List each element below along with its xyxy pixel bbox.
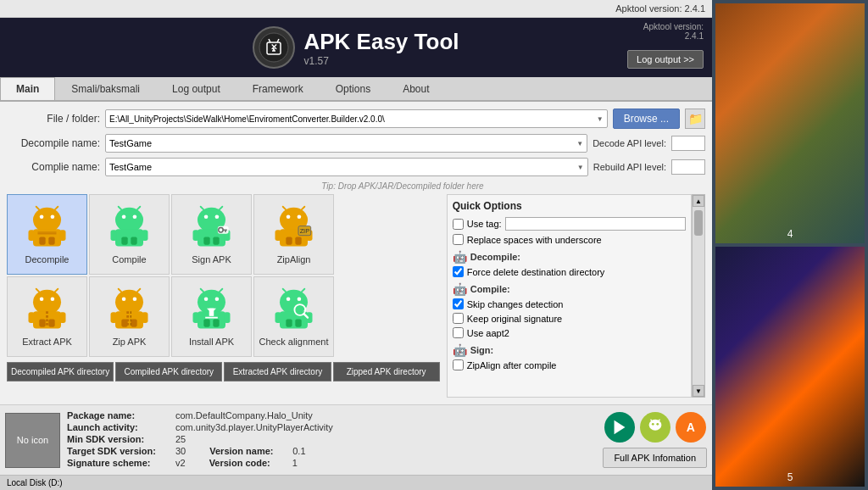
- folder-icon-button[interactable]: 📁: [685, 109, 705, 129]
- svg-line-10: [36, 207, 40, 210]
- compile-button[interactable]: Compile: [89, 194, 170, 275]
- install-apk-label: Install APK: [189, 337, 234, 347]
- info-panel: No icon Package name: com.DefaultCompany…: [0, 404, 712, 475]
- zipalign-button[interactable]: ZIP ZipAlign: [253, 194, 334, 275]
- svg-point-66: [115, 290, 143, 315]
- svg-rect-100: [295, 320, 301, 327]
- svg-rect-38: [213, 237, 219, 245]
- app-title: APK Easy Tool: [303, 29, 459, 55]
- svg-rect-64: [48, 320, 54, 327]
- svg-rect-15: [39, 237, 45, 245]
- signature-value: v2: [175, 458, 186, 468]
- app-version: v1.57: [303, 55, 459, 67]
- decompile-section-icon: 🤖: [453, 250, 467, 264]
- force-delete-row: Force delete destination directory: [453, 266, 686, 277]
- scroll-up-button[interactable]: ▲: [693, 195, 704, 207]
- svg-rect-99: [286, 320, 292, 327]
- install-apk-button[interactable]: Install APK: [171, 276, 252, 357]
- skip-changes-row: Skip changes detection: [453, 298, 686, 309]
- android-icon[interactable]: [640, 412, 670, 443]
- thumbnail-4[interactable]: 4: [715, 3, 865, 243]
- rebuild-api-input[interactable]: [671, 159, 705, 175]
- use-aapt2-checkbox[interactable]: [453, 327, 464, 338]
- extracted-dir-button[interactable]: Extracted APK directory: [224, 362, 331, 381]
- quick-options-panel: Quick Options Use tag: Replace spaces wi…: [447, 194, 692, 398]
- aurora-icon[interactable]: A: [676, 412, 706, 443]
- browse-button[interactable]: Browse ...: [613, 109, 680, 129]
- check-alignment-button[interactable]: Check alignment: [253, 276, 334, 357]
- log-output-button[interactable]: Log output >>: [627, 50, 704, 69]
- use-tag-checkbox[interactable]: [453, 219, 464, 230]
- keep-signature-row: Keep original signature: [453, 313, 686, 324]
- svg-rect-28: [131, 237, 136, 245]
- min-sdk-label: Min SDK version:: [67, 434, 169, 444]
- decode-api-input[interactable]: [671, 136, 705, 151]
- version-name-value: 0.1: [292, 446, 305, 456]
- decompile-name-label: Decompile name:: [7, 137, 100, 149]
- svg-line-32: [201, 207, 204, 210]
- compiled-dir-button[interactable]: Compiled APK directory: [115, 362, 222, 381]
- scrollbar[interactable]: ▲ ▼: [692, 194, 705, 398]
- file-folder-row: File / folder: E:\All_UnityProjects\Side…: [7, 109, 705, 129]
- main-content: File / folder: E:\All_UnityProjects\Side…: [0, 102, 712, 404]
- tab-main[interactable]: Main: [0, 77, 55, 100]
- svg-rect-87: [213, 320, 219, 327]
- compile-section-label: Compile:: [470, 284, 510, 294]
- svg-rect-63: [39, 320, 45, 327]
- right-actions: A Full APK Infomation: [603, 412, 707, 468]
- tab-about[interactable]: About: [387, 77, 445, 100]
- compile-label: Compile: [112, 254, 146, 264]
- tab-options[interactable]: Options: [320, 77, 387, 100]
- sdk-row: Min SDK version: 25: [67, 434, 596, 444]
- launch-activity-row: Launch activity: com.unity3d.player.Unit…: [67, 422, 596, 432]
- svg-line-70: [137, 289, 141, 292]
- replace-spaces-label: Replace spaces with underscore: [467, 235, 602, 245]
- sign-apk-label: Sign APK: [192, 254, 231, 264]
- zipped-dir-button[interactable]: Zipped APK directory: [333, 362, 440, 381]
- zipalign-after-checkbox[interactable]: [453, 359, 464, 370]
- svg-rect-25: [111, 230, 117, 241]
- svg-point-8: [40, 214, 44, 219]
- svg-point-20: [122, 214, 126, 219]
- file-folder-label: File / folder:: [7, 113, 100, 125]
- svg-point-91: [280, 290, 308, 315]
- use-aapt2-row: Use aapt2: [453, 327, 686, 338]
- decode-api-section: Decode API level:: [593, 136, 705, 151]
- skip-changes-checkbox[interactable]: [453, 298, 464, 309]
- svg-rect-51: [286, 237, 292, 245]
- compile-name-input[interactable]: TestGame ▼: [105, 158, 588, 176]
- target-sdk-label: Target SDK version:: [67, 446, 169, 456]
- extract-apk-button[interactable]: Extract APK: [7, 276, 87, 357]
- replace-spaces-row: Replace spaces with underscore: [453, 234, 686, 245]
- keep-signature-label: Keep original signature: [467, 314, 563, 324]
- scroll-thumb[interactable]: [694, 210, 703, 236]
- package-name-value: com.DefaultCompany.Halo_Unity: [175, 410, 313, 420]
- keep-signature-checkbox[interactable]: [453, 313, 464, 324]
- skip-changes-label: Skip changes detection: [467, 299, 564, 309]
- sign-apk-button[interactable]: Sign APK: [171, 194, 252, 275]
- google-play-icon[interactable]: [604, 412, 635, 443]
- force-delete-checkbox[interactable]: [453, 266, 464, 277]
- apktool-version: 2.4.1: [685, 3, 705, 14]
- tab-smali[interactable]: Smali/baksmali: [55, 77, 156, 100]
- tab-framework[interactable]: Framework: [236, 77, 320, 100]
- svg-point-9: [51, 214, 55, 219]
- decompiled-dir-button[interactable]: Decompiled APK directory: [7, 362, 114, 381]
- svg-point-104: [648, 420, 661, 431]
- use-tag-label: Use tag:: [467, 219, 502, 229]
- logo-icon: ✕: [253, 26, 295, 69]
- thumbnail-5[interactable]: 5: [715, 247, 865, 487]
- scroll-down-button[interactable]: ▼: [693, 385, 704, 397]
- svg-line-107: [650, 420, 652, 421]
- zip-apk-label: Zip APK: [113, 337, 147, 347]
- tab-log[interactable]: Log output: [156, 77, 236, 100]
- file-path-input[interactable]: E:\All_UnityProjects\SideWalk\Home\Envir…: [105, 109, 608, 128]
- replace-spaces-checkbox[interactable]: [453, 234, 464, 245]
- svg-point-19: [115, 208, 143, 232]
- zip-apk-button[interactable]: Zip APK: [89, 276, 170, 357]
- decompile-button[interactable]: Decompile: [7, 194, 87, 275]
- decompile-name-input[interactable]: TestGame ▼: [105, 134, 587, 153]
- use-tag-input[interactable]: [505, 217, 686, 231]
- full-info-button[interactable]: Full APK Infomation: [603, 448, 707, 468]
- svg-rect-26: [142, 230, 147, 241]
